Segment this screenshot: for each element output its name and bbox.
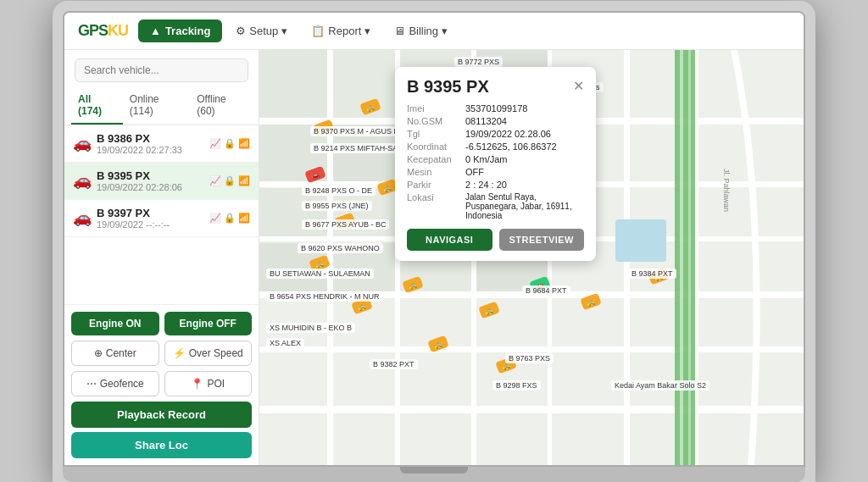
streetview-button[interactable]: STREETVIEW [499,229,585,251]
chevron-down-icon-report: ▾ [364,25,370,37]
navigasi-button[interactable]: NAVIGASI [407,229,492,251]
map-label-pxs: B 9763 PXS [505,353,554,363]
speed-icon: ⚡ [173,347,186,359]
vehicle-icon: 🚗 [73,134,92,152]
map-label-muhidin: XS MUHIDIN B - EKO B [266,323,355,333]
sidebar: All (174) Online (114) Offline (60) 🚗 B … [64,50,259,465]
vehicle-name-3: B 9397 PX [97,207,204,219]
center-button[interactable]: ⊕ Center [71,341,159,366]
popup-parkir-row: Parkir 2 : 24 : 20 [407,180,584,190]
laptop-frame: GPSKU ▲ Tracking ⚙ Setup ▾ 📋 Report ▾ 🖥 … [53,1,815,482]
vehicle-item-active[interactable]: 🚗 B 9395 PX 19/09/2022 02:28:06 📈 🔒 📶 [64,163,259,200]
svg-rect-14 [675,50,695,465]
map-label-hendrik: B 9654 PXS HENDRIK - M NUR [266,291,383,302]
report-nav-button[interactable]: 📋 Report ▾ [301,19,381,42]
lock-icon-2: 🔒 [224,175,236,186]
vehicle-item[interactable]: 🚗 B 9386 PX 19/09/2022 02:27:33 📈 🔒 📶 [64,125,259,163]
search-input[interactable] [75,58,248,82]
koordinat-label: Koordinat [407,141,462,152]
vehicle-icon-3: 🚗 [73,208,92,227]
svg-rect-6 [259,346,804,352]
poi-button[interactable]: 📍 POI [164,371,253,396]
chevron-down-icon: ▾ [281,25,287,37]
tracking-nav-button[interactable]: ▲ Tracking [138,19,222,42]
over-speed-button[interactable]: ⚡ Over Speed [164,341,253,366]
svg-rect-7 [259,406,804,413]
vehicle-time-2: 19/09/2022 02:28:06 [97,182,204,192]
vehicle-name: B 9386 PX [97,132,204,145]
laptop-notch [400,467,468,474]
svg-rect-15 [680,50,683,465]
report-icon: 📋 [311,25,325,37]
topbar: GPSKU ▲ Tracking ⚙ Setup ▾ 📋 Report ▾ 🖥 … [64,13,804,50]
svg-text:Jl. Pahlawan: Jl. Pahlawan [722,169,731,212]
parkir-label: Parkir [407,180,462,190]
vehicle-actions: 📈 🔒 📶 [209,138,250,149]
trend-icon-2: 📈 [209,175,221,186]
vehicle-icon-2: 🚗 [73,171,92,190]
popup-koordinat-row: Koordinat -6.512625, 106.86372 [407,141,584,152]
engine-on-button[interactable]: Engine ON [71,312,159,335]
share-loc-button[interactable]: Share Loc [71,432,252,458]
geofence-button[interactable]: ⋯ Geofence [71,371,159,396]
popup-lokasi-row: Lokasi Jalan Sentul Raya, Puspanegara, J… [407,192,584,220]
map-label-pxt3: B 9384 PXT [628,269,676,279]
center-icon: ⊕ [94,347,103,359]
vehicle-info-3: B 9397 PX 19/09/2022 --:--:-- [97,207,204,230]
map-label-pxt: B 9382 PXT [370,359,418,369]
main-content: All (174) Online (114) Offline (60) 🚗 B … [64,50,804,465]
gsm-value: 08113204 [465,116,507,126]
billing-nav-button[interactable]: 🖥 Billing ▾ [384,19,458,42]
lock-icon-3: 🔒 [224,213,236,224]
svg-rect-17 [259,50,327,118]
chevron-down-icon-billing: ▾ [442,25,448,37]
tabs-row: All (174) Online (114) Offline (60) [64,87,259,125]
setup-nav-label: Setup [249,25,278,37]
map-label-alex: XS ALEX [266,338,304,348]
svg-rect-16 [688,50,691,465]
map-label-ayub: B 9677 PXS AYUB - BC [302,219,389,230]
svg-rect-33 [615,219,666,262]
map-label-jne: B 9955 PXS (JNE) [302,201,372,211]
lock-icon: 🔒 [224,138,236,149]
map-label: B 9772 PXS [454,57,503,67]
vehicle-info-popup: B 9395 PX ✕ Imei 353701099178 No.GSM 081… [395,67,596,261]
map-label-fxs: B 9298 FXS [492,380,541,391]
map-label-wahono: B 9620 PXS WAHONO [298,243,383,253]
screen: GPSKU ▲ Tracking ⚙ Setup ▾ 📋 Report ▾ 🖥 … [63,11,805,467]
popup-imei-row: Imei 353701099178 [407,103,584,114]
popup-close-button[interactable]: ✕ [573,80,584,93]
trend-icon-3: 📈 [209,213,221,224]
mesin-value: OFF [465,167,484,177]
wifi-icon: 📶 [238,138,250,149]
tgl-label: Tgl [407,129,462,139]
vehicle-info: B 9386 PX 19/09/2022 02:27:33 [97,132,204,155]
mesin-label: Mesin [407,167,462,177]
laptop-base [63,467,805,482]
tab-all[interactable]: All (174) [71,87,123,125]
wifi-icon-2: 📶 [238,175,250,186]
gsm-label: No.GSM [407,116,462,126]
popup-tgl-row: Tgl 19/09/2022 02.28.06 [407,129,584,139]
vehicle-item-3[interactable]: 🚗 B 9397 PX 19/09/2022 --:--:-- 📈 🔒 📶 [64,200,259,237]
map-label-sulaeman: BU SETIAWAN - SULAEMAN [266,269,374,279]
popup-mesin-row: Mesin OFF [407,167,584,177]
trend-icon: 📈 [209,138,221,149]
tab-online[interactable]: Online (114) [123,87,190,125]
playback-record-button[interactable]: Playback Record [71,402,252,428]
logo: GPSKU [78,22,128,40]
engine-off-button[interactable]: Engine OFF [164,312,253,335]
tab-offline[interactable]: Offline (60) [190,87,252,125]
kecepatan-value: 0 Km/Jam [465,154,508,164]
tgl-value: 19/09/2022 02.28.06 [465,129,551,139]
popup-gsm-row: No.GSM 08113204 [407,116,584,126]
kecepatan-label: Kecepatan [407,154,462,164]
vehicle-actions-3: 📈 🔒 📶 [209,213,250,224]
map-area[interactable]: Jl. Pahlawan 🚕 🚕 🚗 🚕 🚕 🚗 🚕 🚕 🚕 🚗 🚕 🚕 🚕 🚕… [259,50,804,465]
vehicle-name-2: B 9395 PX [97,169,204,182]
vehicle-time: 19/09/2022 02:27:33 [97,145,204,155]
popup-actions: NAVIGASI STREETVIEW [407,229,584,251]
tracking-icon: ▲ [150,25,161,37]
map-label-de: B 9248 PXS O - DE [302,186,376,196]
setup-nav-button[interactable]: ⚙ Setup ▾ [225,19,298,42]
